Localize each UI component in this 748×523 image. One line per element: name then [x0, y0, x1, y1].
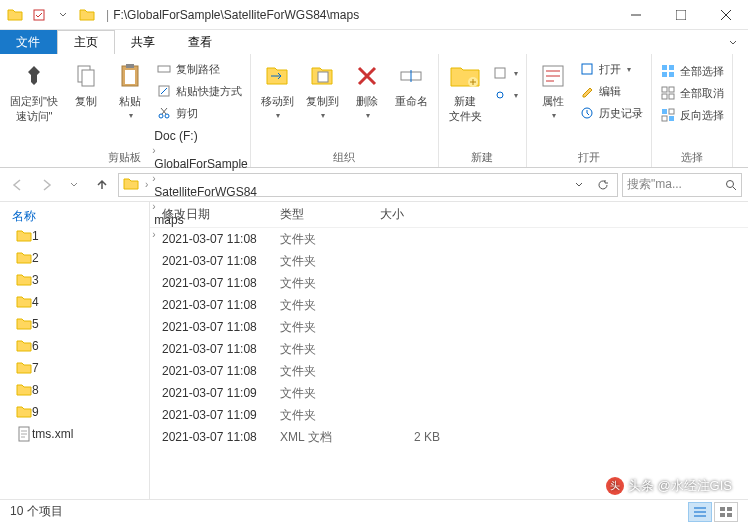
file-row-data[interactable]: 2021-03-07 11:08文件夹	[150, 316, 748, 338]
address-bar[interactable]: › Doc (F:)›GlobalForSample›SatelliteForW…	[118, 173, 618, 197]
tab-share[interactable]: 共享	[115, 30, 172, 54]
cut-button[interactable]: 剪切	[152, 102, 246, 124]
file-list[interactable]: 修改日期 类型 大小 2021-03-07 11:08文件夹2021-03-07…	[150, 202, 748, 502]
maximize-button[interactable]	[658, 0, 703, 30]
column-size-header[interactable]: 大小	[380, 206, 460, 223]
file-row-data[interactable]: 2021-03-07 11:08文件夹	[150, 360, 748, 382]
svg-rect-20	[662, 72, 667, 77]
watermark-text: 头条 @水经注GIS	[628, 477, 732, 495]
history-button[interactable]: 历史记录	[575, 102, 647, 124]
folder-icon	[16, 250, 32, 266]
select-none-button[interactable]: 全部取消	[656, 82, 728, 104]
recent-button[interactable]	[62, 173, 86, 197]
file-row-data[interactable]: 2021-03-07 11:08文件夹	[150, 250, 748, 272]
rename-button[interactable]: 重命名	[389, 56, 434, 113]
open-button[interactable]: 打开▾	[575, 58, 647, 80]
chevron-right-icon[interactable]: ›	[150, 173, 157, 184]
column-name-header[interactable]: 名称	[12, 208, 137, 225]
address-dropdown-button[interactable]	[567, 180, 591, 190]
invert-selection-button[interactable]: 反向选择	[656, 104, 728, 126]
select-all-button[interactable]: 全部选择	[656, 60, 728, 82]
folder-icon	[4, 4, 26, 26]
tab-view[interactable]: 查看	[172, 30, 229, 54]
pin-button[interactable]: 固定到"快 速访问"	[4, 56, 64, 128]
forward-button[interactable]	[34, 173, 58, 197]
properties-icon	[537, 60, 569, 92]
delete-button[interactable]: 删除▾	[345, 56, 389, 124]
minimize-button[interactable]	[613, 0, 658, 30]
column-type-header[interactable]: 类型	[280, 206, 380, 223]
breadcrumb-segment[interactable]: Doc (F:)	[150, 129, 261, 143]
chevron-down-icon: ▾	[366, 111, 370, 120]
easy-access-button[interactable]: ▾	[488, 84, 522, 106]
svg-rect-32	[720, 507, 725, 511]
column-headers: 修改日期 类型 大小	[150, 202, 748, 228]
file-row[interactable]: 6	[12, 335, 137, 357]
copy-label: 复制	[75, 94, 97, 109]
close-button[interactable]	[703, 0, 748, 30]
file-row-data[interactable]: 2021-03-07 11:08文件夹	[150, 294, 748, 316]
properties-button[interactable]: 属性▾	[531, 56, 575, 124]
tab-home[interactable]: 主页	[57, 30, 115, 54]
file-row[interactable]: 3	[12, 269, 137, 291]
file-row-data[interactable]: 2021-03-07 11:08XML 文档2 KB	[150, 426, 748, 448]
edit-icon	[579, 83, 595, 99]
copy-to-button[interactable]: 复制到▾	[300, 56, 345, 124]
paste-shortcut-button[interactable]: 粘贴快捷方式	[152, 80, 246, 102]
file-date: 2021-03-07 11:08	[150, 232, 280, 246]
column-date-header[interactable]: 修改日期	[150, 206, 280, 223]
file-row-data[interactable]: 2021-03-07 11:08文件夹	[150, 338, 748, 360]
refresh-button[interactable]	[591, 179, 615, 191]
ribbon-collapse-button[interactable]	[718, 30, 748, 54]
search-box[interactable]: 搜索"ma...	[622, 173, 742, 197]
svg-rect-27	[669, 109, 674, 114]
chevron-right-icon[interactable]: ›	[143, 179, 150, 190]
copy-path-button[interactable]: 复制路径	[152, 58, 246, 80]
paste-button[interactable]: 粘贴 ▾	[108, 56, 152, 124]
move-to-button[interactable]: 移动到▾	[255, 56, 300, 124]
search-placeholder: 搜索"ma...	[627, 176, 682, 193]
folder-icon	[76, 4, 98, 26]
file-date: 2021-03-07 11:09	[150, 408, 280, 422]
nav-pane[interactable]: 名称 123456789tms.xml	[0, 202, 150, 502]
scissors-icon	[156, 105, 172, 121]
new-folder-button[interactable]: 新建 文件夹	[443, 56, 488, 128]
details-view-button[interactable]	[688, 502, 712, 522]
titlebar: | F:\GlobalForSample\SatelliteForWGS84\m…	[0, 0, 748, 30]
delete-icon	[351, 60, 383, 92]
qat-properties-icon[interactable]	[28, 4, 50, 26]
folder-icon	[16, 272, 32, 288]
qat-dropdown-icon[interactable]	[52, 4, 74, 26]
search-icon	[725, 179, 737, 191]
file-row-data[interactable]: 2021-03-07 11:08文件夹	[150, 228, 748, 250]
file-row[interactable]: 9	[12, 401, 137, 423]
shortcut-icon	[156, 83, 172, 99]
svg-rect-26	[662, 109, 667, 114]
file-row[interactable]: 4	[12, 291, 137, 313]
svg-rect-14	[495, 68, 505, 78]
icons-view-button[interactable]	[714, 502, 738, 522]
edit-button[interactable]: 编辑	[575, 80, 647, 102]
file-row[interactable]: tms.xml	[12, 423, 137, 445]
file-row-data[interactable]: 2021-03-07 11:09文件夹	[150, 404, 748, 426]
file-name: 7	[32, 361, 39, 375]
file-row[interactable]: 5	[12, 313, 137, 335]
file-row[interactable]: 8	[12, 379, 137, 401]
up-button[interactable]	[90, 173, 114, 197]
file-row-data[interactable]: 2021-03-07 11:08文件夹	[150, 272, 748, 294]
tab-file[interactable]: 文件	[0, 30, 57, 54]
svg-rect-11	[318, 72, 328, 82]
svg-rect-35	[727, 513, 732, 517]
new-group-label: 新建	[443, 148, 522, 167]
file-row[interactable]: 2	[12, 247, 137, 269]
back-button[interactable]	[6, 173, 30, 197]
ribbon-group-organize: 移动到▾ 复制到▾ 删除▾ 重命名 组织	[251, 54, 439, 167]
file-row-data[interactable]: 2021-03-07 11:09文件夹	[150, 382, 748, 404]
copy-button[interactable]: 复制	[64, 56, 108, 113]
breadcrumb-segment[interactable]: SatelliteForWGS84	[150, 185, 261, 199]
pin-label: 固定到"快 速访问"	[10, 94, 58, 124]
file-row[interactable]: 7	[12, 357, 137, 379]
new-item-button[interactable]: ▾	[488, 62, 522, 84]
file-row[interactable]: 1	[12, 225, 137, 247]
file-name: tms.xml	[32, 427, 73, 441]
